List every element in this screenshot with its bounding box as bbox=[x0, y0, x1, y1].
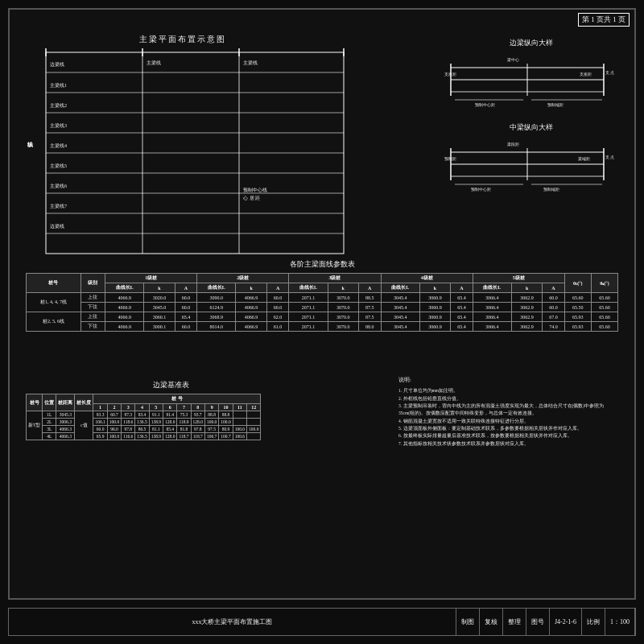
th-k4: k bbox=[419, 283, 450, 293]
th-a1: A bbox=[175, 283, 197, 293]
mid-beam-detail: 中梁纵向大样 预制距 梁段距 梁端距 预制中心距 预制 bbox=[443, 122, 620, 200]
svg-text:主梁线3: 主梁线3 bbox=[50, 122, 67, 128]
edge-beam-title: 边梁纵向大样 bbox=[443, 38, 620, 48]
svg-text:主梁线: 主梁线 bbox=[243, 60, 258, 65]
edge-beam-detail: 边梁纵向大样 支座距 梁中心 支座距 预制中心距 预制 bbox=[443, 38, 620, 115]
main-table-title: 各阶主梁面线参数表 bbox=[26, 259, 618, 270]
svg-text:主梁线1: 主梁线1 bbox=[50, 82, 67, 88]
page-container: 第 1 页共 1 页 主梁平面布置示意图 bbox=[0, 0, 644, 644]
svg-text:预制端距: 预制端距 bbox=[543, 187, 559, 192]
th-grade4: 4级桩 bbox=[381, 274, 473, 283]
th-k2: k bbox=[236, 283, 266, 293]
eth-pos: 位置 bbox=[43, 394, 56, 411]
edge-beam-svg: 支座距 梁中心 支座距 预制中心距 预制端距 支 点 bbox=[443, 52, 616, 112]
main-plan-title: 主梁平面布置示意图 bbox=[26, 34, 340, 45]
svg-text:主梁线5: 主梁线5 bbox=[50, 163, 67, 168]
etd-type: 新T型 bbox=[27, 411, 43, 440]
main-plan-svg: 纵轴线 边梁线 主梁线1 主梁线2 主梁线3 主梁线4 主梁线5 主梁线6 主梁… bbox=[26, 48, 356, 262]
svg-text:支 点: 支 点 bbox=[605, 155, 614, 159]
td-pile1: 桩1, 4, 4, 7线 bbox=[27, 293, 81, 312]
svg-text:纵轴线: 纵轴线 bbox=[27, 142, 33, 147]
note-1: 1. 尺寸单位均为mm如注明。 bbox=[398, 387, 620, 394]
svg-text:支座距: 支座距 bbox=[580, 72, 592, 76]
th-pilenum: 桩号 bbox=[27, 274, 81, 293]
table-sub-header-row: 曲线长LkA 曲线长LkA 曲线长LkA 曲线长LkA 曲线长LkA bbox=[27, 283, 618, 293]
notes-content: 1. 尺寸单位均为mm如注明。 2. 外框线包括铅垂直线分值。 3. 主梁预制吊… bbox=[398, 387, 620, 448]
table-row: 桩2, 5, 6线 上弦 4066.93060.165.4 3068.94066… bbox=[27, 312, 618, 322]
th-a2: A bbox=[266, 283, 289, 293]
note-7: 7. 其他指标按相关技术状参数技术联系并参数层状对应入库。 bbox=[398, 440, 620, 448]
bottom-bar: xxx大桥主梁平面布置施工图 制图 复核 整理 图号 J4-2-1-6 比例 1… bbox=[8, 608, 636, 636]
svg-text:梁段距: 梁段距 bbox=[507, 142, 519, 147]
eth-pilenum: 桩号 bbox=[27, 394, 43, 411]
notes-section: 说明: 1. 尺寸单位均为mm如注明。 2. 外框线包括铅垂直线分值。 3. 主… bbox=[398, 376, 620, 574]
td-lower2: 下弦 bbox=[80, 322, 105, 332]
th-k1: k bbox=[144, 283, 175, 293]
note-3: 3. 主梁预制吊装时，背向中线为主的所有混凝土强度实现为最大，总体结合尺寸在(偶… bbox=[398, 402, 620, 418]
main-data-table: 桩号 级别 1级桩 2级桩 3级桩 4级桩 5级桩 θ₀(°) θ₁(°) 曲线… bbox=[26, 273, 618, 332]
th-theta0: θ₀(°) bbox=[564, 274, 591, 293]
th-a5: A bbox=[543, 283, 565, 293]
edge-table-section: 边梁基准表 桩号 位置 桩距离 桩长度 桩 号 123 456 789 1011… bbox=[26, 380, 316, 440]
th-theta1: θ₁(°) bbox=[591, 274, 617, 293]
th-curveL5: 曲线长L bbox=[473, 283, 511, 293]
svg-text:主梁线4: 主梁线4 bbox=[50, 142, 67, 148]
th-grade2: 2级桩 bbox=[197, 274, 289, 283]
td-upper2: 上弦 bbox=[80, 312, 105, 322]
drawing-area: 第 1 页共 1 页 主梁平面布置示意图 bbox=[8, 8, 636, 600]
svg-text:主梁线7: 主梁线7 bbox=[50, 203, 67, 208]
main-table-section: 各阶主梁面线参数表 桩号 级别 1级桩 2级桩 3级桩 4级桩 5级桩 θ₀(°… bbox=[26, 259, 618, 332]
mid-beam-svg: 预制距 梁段距 梁端距 预制中心距 预制端距 支 点 bbox=[443, 136, 616, 196]
drawing-num-cell: J4-2-1-6 bbox=[550, 609, 582, 635]
mid-beam-title: 中梁纵向大样 bbox=[443, 122, 620, 133]
th-k5: k bbox=[511, 283, 542, 293]
table-row: 下弦 4066.93000.160.0 8014.04066.961.0 207… bbox=[27, 322, 618, 332]
edge-table-row: 新T型 1L 3045.3 c值 93.360.797.3 83.491.191… bbox=[27, 411, 261, 419]
table-header-row: 桩号 级别 1级桩 2级桩 3级桩 4级桩 5级桩 θ₀(°) θ₁(°) bbox=[27, 274, 618, 283]
scale-label-cell: 比例 bbox=[582, 609, 605, 635]
note-5: 5. 边梁顶面板外侧面板：要定制基础技术联系，多参数要根据相关层状并作对应入库。 bbox=[398, 425, 620, 432]
svg-text:支座距: 支座距 bbox=[444, 72, 456, 76]
svg-text:心 居 距: 心 居 距 bbox=[242, 195, 260, 200]
scale-value-cell: 1：100 bbox=[605, 609, 635, 635]
th-a3: A bbox=[358, 283, 381, 293]
svg-text:预制中心距: 预制中心距 bbox=[471, 187, 491, 192]
table-row: 桩1, 4, 4, 7线 上弦 4066.93020.060.0 3090.04… bbox=[27, 293, 618, 303]
svg-text:边梁线: 边梁线 bbox=[50, 61, 64, 67]
svg-text:主梁线2: 主梁线2 bbox=[50, 102, 67, 108]
td-upper: 上弦 bbox=[80, 293, 105, 303]
edge-table-row: 2L 3006.3 106.1100.0118.6 136.5138.9128.… bbox=[27, 419, 261, 426]
edge-table-row: 4L 4066.3 65.9100.0116.6 136.5138.9128.0… bbox=[27, 433, 261, 440]
svg-text:预制端距: 预制端距 bbox=[547, 102, 564, 107]
svg-text:支 点: 支 点 bbox=[605, 70, 614, 75]
note-6: 6. 按最终板实际排量超量后基准技术联系，按参数要根据相关层状并作对应入库。 bbox=[398, 432, 620, 440]
review-label-cell: 整理 bbox=[503, 609, 526, 635]
svg-text:预制中心线: 预制中心线 bbox=[243, 187, 267, 192]
eth-cval: 桩长度 bbox=[75, 394, 93, 411]
check-label-cell: 复核 bbox=[480, 609, 503, 635]
svg-text:边梁线: 边梁线 bbox=[50, 223, 64, 229]
th-k3: k bbox=[328, 283, 358, 293]
th-grade5: 5级桩 bbox=[473, 274, 564, 283]
drawing-num-label-cell: 图号 bbox=[526, 609, 550, 635]
project-name-cell: xxx大桥主梁平面布置施工图 bbox=[9, 609, 456, 635]
eth-pilenum2: 桩 号 bbox=[93, 394, 261, 404]
note-4: 4. 钢筋混凝土梁宽按不适用一致关联特殊连接特征进行分层。 bbox=[398, 418, 620, 425]
th-curveL4: 曲线长L bbox=[381, 283, 419, 293]
td-pile2: 桩2, 5, 6线 bbox=[27, 312, 81, 332]
svg-text:主梁线6: 主梁线6 bbox=[50, 183, 67, 188]
table-row: 下弦 4066.93045.060.0 6124.94066.960.0 207… bbox=[27, 303, 618, 312]
notes-title: 说明: bbox=[398, 376, 620, 385]
note-2: 2. 外框线包括铅垂直线分值。 bbox=[398, 395, 620, 402]
etd-cval: c值 bbox=[75, 411, 93, 440]
td-lower: 下弦 bbox=[80, 303, 105, 312]
edge-beam-table: 桩号 位置 桩距离 桩长度 桩 号 123 456 789 101112 bbox=[26, 394, 261, 440]
edge-table-title: 边梁基准表 bbox=[26, 380, 316, 390]
page-number: 第 1 页共 1 页 bbox=[578, 13, 630, 27]
svg-text:主梁线: 主梁线 bbox=[147, 60, 161, 65]
svg-text:梁端距: 梁端距 bbox=[578, 156, 590, 161]
th-curveL1: 曲线长L bbox=[105, 283, 144, 293]
edge-table-header-row1: 桩号 位置 桩距离 桩长度 桩 号 bbox=[27, 394, 261, 404]
th-grade1: 1级桩 bbox=[105, 274, 197, 283]
th-grade3: 3级桩 bbox=[289, 274, 381, 283]
